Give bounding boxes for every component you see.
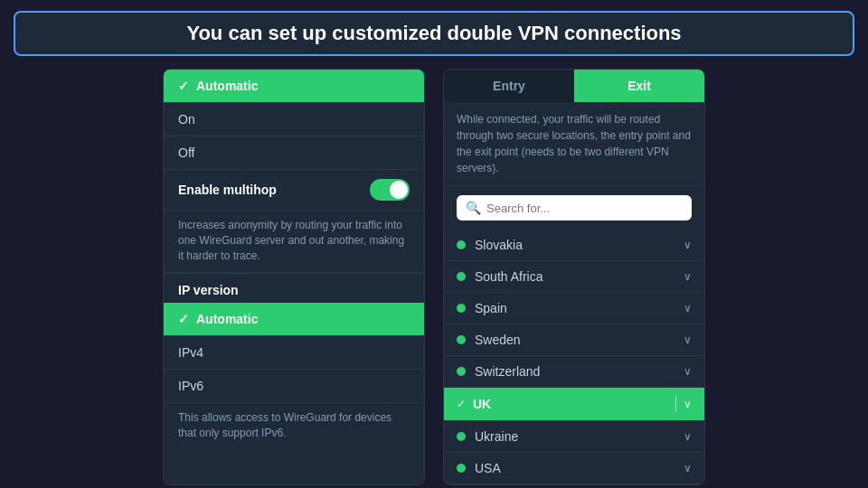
- country-list: Slovakia ∨ South Africa ∨ Spain ∨ Sweden…: [444, 230, 704, 484]
- country-dot: [457, 367, 466, 376]
- ip-automatic[interactable]: ✓ Automatic: [164, 303, 424, 336]
- off-label: Off: [178, 145, 194, 160]
- ipv6-label: IPv6: [178, 379, 203, 393]
- list-item[interactable]: Ukraine ∨: [444, 421, 704, 453]
- check-icon: ✓: [178, 79, 189, 93]
- list-item-selected[interactable]: ✓ UK ∨: [444, 388, 704, 421]
- country-dot: [457, 464, 466, 473]
- country-name: Spain: [475, 301, 684, 315]
- ipv4-label: IPv4: [178, 345, 203, 360]
- country-dot: [457, 432, 466, 441]
- country-name: Switzerland: [475, 364, 684, 379]
- exit-description: While connected, your traffic will be ro…: [444, 102, 704, 186]
- tabs-row: Entry Exit: [444, 70, 704, 102]
- divider: [675, 396, 676, 412]
- chevron-down-icon: ∨: [684, 398, 692, 410]
- selected-check-icon: ✓: [457, 398, 466, 410]
- chevron-down-icon: ∨: [684, 239, 692, 251]
- country-dot: [457, 335, 466, 344]
- search-input[interactable]: [486, 202, 683, 215]
- list-item[interactable]: South Africa ∨: [444, 261, 704, 293]
- automatic-label: Automatic: [196, 79, 258, 93]
- list-item[interactable]: Spain ∨: [444, 293, 704, 324]
- right-panel: Entry Exit While connected, your traffic…: [443, 69, 705, 485]
- panels-container: ✓ Automatic On Off Enable multihop Incre…: [0, 69, 868, 485]
- country-name: Sweden: [475, 333, 684, 347]
- connection-automatic[interactable]: ✓ Automatic: [164, 70, 424, 103]
- list-item[interactable]: Slovakia ∨: [444, 230, 704, 261]
- tab-entry[interactable]: Entry: [444, 70, 574, 102]
- ip-ipv6[interactable]: IPv6: [164, 370, 424, 403]
- ip-automatic-label: Automatic: [196, 312, 258, 326]
- multihop-row: Enable multihop: [164, 170, 424, 211]
- chevron-down-icon: ∨: [684, 333, 692, 346]
- on-label: On: [178, 112, 195, 127]
- multihop-description: Increases anonymity by routing your traf…: [164, 211, 424, 273]
- ip-check-icon: ✓: [178, 312, 189, 326]
- country-name: South Africa: [475, 269, 684, 284]
- country-dot: [457, 240, 466, 249]
- ip-ipv4[interactable]: IPv4: [164, 336, 424, 370]
- multihop-toggle[interactable]: [370, 179, 410, 201]
- country-dot: [457, 304, 466, 313]
- chevron-down-icon: ∨: [684, 270, 692, 283]
- ipv-note: This allows access to WireGuard for devi…: [164, 403, 424, 450]
- country-name: Ukraine: [475, 429, 684, 444]
- chevron-down-icon: ∨: [684, 430, 692, 443]
- list-item[interactable]: Sweden ∨: [444, 324, 704, 356]
- toggle-knob: [390, 181, 408, 199]
- multihop-label: Enable multihop: [178, 183, 277, 197]
- search-box: 🔍: [457, 195, 692, 221]
- left-panel: ✓ Automatic On Off Enable multihop Incre…: [163, 69, 425, 485]
- tab-exit[interactable]: Exit: [574, 70, 704, 102]
- country-name: UK: [473, 397, 675, 411]
- chevron-down-icon: ∨: [684, 462, 692, 474]
- country-name: Slovakia: [475, 238, 684, 252]
- country-name: USA: [475, 461, 684, 475]
- connection-on[interactable]: On: [164, 103, 424, 136]
- connection-off[interactable]: Off: [164, 136, 424, 170]
- list-item[interactable]: Switzerland ∨: [444, 356, 704, 388]
- list-item[interactable]: USA ∨: [444, 453, 704, 484]
- chevron-down-icon: ∨: [684, 365, 692, 378]
- search-icon: 🔍: [466, 201, 481, 215]
- ip-version-header: IP version: [164, 273, 424, 303]
- chevron-down-icon: ∨: [684, 302, 692, 314]
- title-banner: You can set up customized double VPN con…: [14, 11, 854, 56]
- page-title: You can set up customized double VPN con…: [33, 22, 835, 45]
- country-dot: [457, 272, 466, 281]
